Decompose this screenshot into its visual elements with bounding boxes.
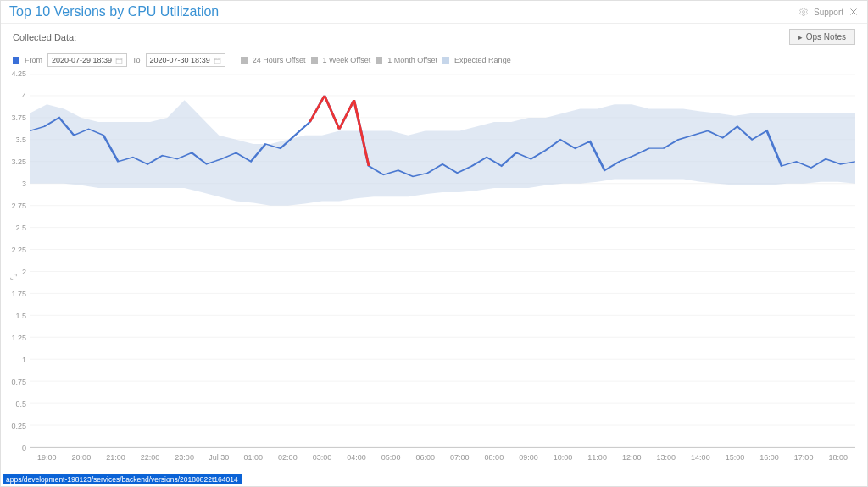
from-label: From	[25, 56, 42, 64]
to-label: To	[132, 56, 141, 64]
y-tick-label: 4	[22, 91, 26, 100]
y-tick-label: 2.75	[11, 202, 26, 210]
chart: 00.250.50.7511.251.51.7522.252.52.7533.2…	[30, 74, 855, 472]
offset-swatch-icon	[311, 57, 318, 64]
legend-expected[interactable]: Expected Range	[454, 56, 511, 64]
x-tick-label: 11:00	[587, 453, 607, 462]
x-tick-label: 21:00	[106, 453, 125, 462]
x-tick-label: 09:00	[519, 453, 538, 462]
x-tick-label: 18:00	[828, 453, 848, 462]
y-tick-label: 1.5	[15, 312, 26, 320]
close-icon[interactable]	[849, 7, 859, 17]
x-tick-label: 16:00	[760, 453, 779, 462]
svg-rect-1	[116, 58, 122, 63]
gear-icon[interactable]	[798, 7, 809, 17]
x-tick-label: 07:00	[450, 453, 470, 462]
x-tick-label: 23:00	[175, 453, 194, 462]
ops-notes-label: Ops Notes	[806, 32, 846, 42]
y-tick-label: 2	[22, 268, 26, 276]
y-tick-label: 0.25	[11, 422, 26, 430]
chevron-right-icon: ▸	[798, 33, 803, 42]
legend-row: From 2020-07-29 18:39 To 2020-07-30 18:3…	[1, 50, 867, 70]
y-tick-label: 0.75	[11, 378, 26, 386]
legend-1w-offset[interactable]: 1 Week Offset	[323, 56, 371, 64]
svg-point-0	[802, 11, 804, 14]
to-date-value: 2020-07-30 18:39	[150, 56, 210, 64]
y-tick-label: 3.75	[11, 113, 26, 122]
y-tick-label: 4.25	[11, 69, 26, 78]
legend-1m-offset[interactable]: 1 Month Offset	[387, 56, 437, 64]
to-date-input[interactable]: 2020-07-30 18:39	[146, 53, 225, 67]
x-tick-label: 08:00	[485, 453, 504, 462]
x-tick-label: 04:00	[347, 453, 366, 462]
x-tick-label: 14:00	[691, 453, 710, 462]
y-tick-label: 1.25	[11, 334, 26, 342]
x-tick-label: Jul 30	[209, 453, 229, 462]
plot-area[interactable]	[30, 74, 855, 448]
footer-path[interactable]: apps/development-198123/services/backend…	[3, 474, 242, 484]
x-tick-label: 22:00	[141, 453, 160, 462]
x-tick-label: 03:00	[313, 453, 332, 462]
x-tick-label: 01:00	[244, 453, 264, 462]
y-tick-label: 3	[22, 180, 26, 188]
x-tick-label: 02:00	[278, 453, 298, 462]
x-tick-label: 17:00	[794, 453, 814, 462]
y-tick-label: 2.25	[11, 246, 26, 254]
legend-24h-offset[interactable]: 24 Hours Offset	[253, 56, 306, 64]
y-tick-label: 3.5	[15, 136, 26, 144]
x-tick-label: 20:00	[72, 453, 92, 462]
series-swatch-icon	[13, 57, 19, 64]
y-tick-label: 3.25	[11, 158, 26, 166]
svg-rect-2	[214, 58, 220, 63]
y-tick-label: 1.75	[11, 290, 26, 298]
expected-swatch-icon	[442, 57, 449, 64]
x-tick-label: 19:00	[37, 453, 57, 462]
y-tick-label: 0.5	[15, 400, 26, 408]
x-tick-label: 05:00	[381, 453, 401, 462]
collected-data-label: Collected Data:	[13, 32, 76, 42]
offset-swatch-icon	[376, 57, 382, 64]
calendar-icon	[214, 57, 221, 64]
x-tick-label: 13:00	[657, 453, 676, 462]
page-title: Top 10 Versions by CPU Utilization	[9, 4, 219, 19]
from-date-value: 2020-07-29 18:39	[52, 56, 112, 64]
x-tick-label: 12:00	[622, 453, 642, 462]
y-tick-label: 2.5	[15, 224, 26, 232]
x-tick-label: 15:00	[726, 453, 745, 462]
x-tick-label: 06:00	[415, 453, 435, 462]
support-link[interactable]: Support	[814, 8, 843, 17]
from-date-input[interactable]: 2020-07-29 18:39	[47, 53, 127, 67]
ops-notes-button[interactable]: ▸ Ops Notes	[789, 29, 855, 45]
x-tick-label: 10:00	[554, 453, 573, 462]
y-tick-label: 0	[22, 444, 26, 452]
y-tick-label: 1	[22, 356, 26, 364]
calendar-icon	[115, 57, 123, 64]
offset-swatch-icon	[241, 57, 248, 64]
